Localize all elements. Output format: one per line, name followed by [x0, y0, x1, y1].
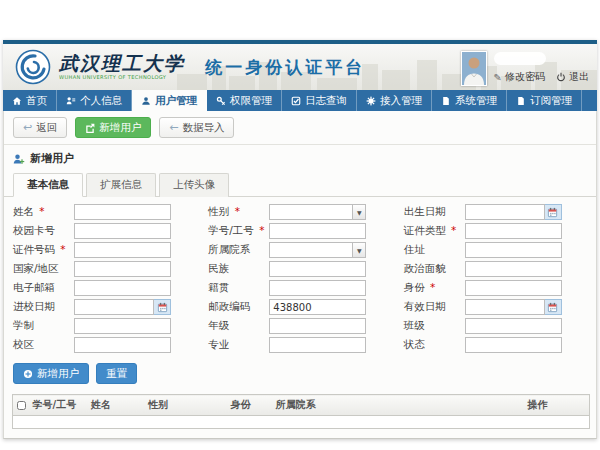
field-label: 班级	[404, 319, 461, 333]
field-label: 国家/地区	[13, 262, 70, 276]
change-password-link[interactable]: ✎ 修改密码	[494, 70, 545, 84]
field-label: 所属院系	[208, 243, 265, 257]
nav-item-label: 用户管理	[155, 94, 197, 108]
data-import-button[interactable]: ← 数据导入	[159, 117, 234, 138]
university-logo-icon	[15, 49, 51, 85]
user-meta: ✎ 修改密码 退出	[494, 52, 589, 86]
toolbar: ↩ 返回 新增用户 ← 数据导入	[4, 111, 596, 144]
add-user-toolbar-label: 新增用户	[99, 121, 141, 134]
class-input[interactable]	[465, 318, 562, 334]
valid-date-input[interactable]	[465, 299, 545, 315]
user-links: ✎ 修改密码 退出	[494, 70, 589, 84]
nav-item-label: 首页	[26, 94, 47, 108]
calendar-icon[interactable]	[545, 204, 562, 220]
person-info-icon	[66, 96, 76, 106]
reset-button-label: 重置	[106, 367, 127, 380]
form-field-campus: 校区	[13, 337, 196, 353]
form-field-id-type: 证件类型 *	[404, 223, 587, 239]
field-label: 姓名 *	[13, 205, 70, 219]
country-region-input[interactable]	[74, 261, 171, 277]
nav-item-profile[interactable]: 个人信息	[57, 90, 132, 111]
id-number-input[interactable]	[74, 242, 171, 258]
student-staff-id-input[interactable]	[269, 223, 366, 239]
app-window: 武汉理工大学 WUHAN UNIVERSITY OF TECHNOLOGY 统一…	[3, 40, 597, 439]
nav-item-access-management[interactable]: 接入管理	[357, 90, 432, 111]
field-label: 证件类型 *	[404, 224, 461, 238]
add-user-toolbar-button[interactable]: 新增用户	[75, 117, 151, 138]
required-asterisk: *	[60, 243, 65, 255]
back-button[interactable]: ↩ 返回	[13, 117, 67, 138]
document-icon	[441, 96, 451, 106]
main-nav: 首页个人信息用户管理权限管理日志查询接入管理系统管理订阅管理	[3, 90, 597, 111]
logout-link[interactable]: 退出	[556, 70, 589, 84]
nav-item-label: 接入管理	[380, 94, 422, 108]
form-field-id-number: 证件号码 *	[13, 242, 196, 258]
status-input[interactable]	[465, 337, 562, 353]
user-avatar[interactable]	[461, 51, 487, 86]
gear-icon	[366, 96, 376, 106]
study-length-input[interactable]	[74, 318, 171, 334]
postal-code-input[interactable]	[269, 299, 366, 315]
field-label: 年级	[208, 319, 265, 333]
field-label: 籍贯	[208, 281, 265, 295]
identity-input[interactable]	[465, 280, 562, 296]
form-field-study-length: 学制	[13, 318, 196, 334]
field-label: 学号/工号 *	[208, 224, 265, 238]
nav-item-subscription-management[interactable]: 订阅管理	[507, 90, 582, 111]
nav-item-log-query[interactable]: 日志查询	[282, 90, 357, 111]
grade-input[interactable]	[269, 318, 366, 334]
form-field-native-place: 籍贯	[208, 280, 391, 296]
section-header: 新增用户	[4, 144, 596, 170]
select-all-header-cell	[13, 395, 29, 416]
form-field-birth-date: 出生日期	[404, 204, 587, 220]
gender-input[interactable]	[269, 204, 353, 220]
form-field-identity: 身份 *	[404, 280, 587, 296]
calendar-icon[interactable]	[545, 299, 562, 315]
nav-item-system-management[interactable]: 系统管理	[432, 90, 507, 111]
nav-item-permission-management[interactable]: 权限管理	[207, 90, 282, 111]
political-status-input[interactable]	[465, 261, 562, 277]
field-label: 电子邮箱	[13, 281, 70, 295]
nav-item-user-management[interactable]: 用户管理	[132, 90, 207, 111]
required-asterisk: *	[430, 281, 435, 293]
calendar-icon[interactable]	[154, 299, 171, 315]
field-label: 政治面貌	[404, 262, 461, 276]
tab-upload-avatar[interactable]: 上传头像	[159, 173, 229, 197]
result-table: 学号/工号姓名性别身份所属院系操作	[12, 394, 590, 429]
chevron-down-icon[interactable]: ▼	[353, 242, 366, 258]
address-input[interactable]	[465, 242, 562, 258]
field-label: 住址	[404, 243, 461, 257]
power-icon	[556, 72, 566, 82]
select-all-checkbox[interactable]	[17, 401, 26, 410]
nav-item-label: 日志查询	[305, 94, 347, 108]
empty-row	[13, 416, 590, 429]
enrollment-date-input[interactable]	[74, 299, 154, 315]
major-input[interactable]	[269, 337, 366, 353]
campus-input[interactable]	[74, 337, 171, 353]
tab-basic-info[interactable]: 基本信息	[13, 173, 83, 197]
nav-item-label: 系统管理	[455, 94, 497, 108]
birth-date-input[interactable]	[465, 204, 545, 220]
reset-button[interactable]: 重置	[96, 363, 137, 384]
tab-extended-info[interactable]: 扩展信息	[86, 173, 156, 197]
nav-item-home[interactable]: 首页	[3, 90, 57, 111]
form-field-gender: 性别 *▼	[208, 204, 391, 220]
department-input[interactable]	[269, 242, 353, 258]
chevron-down-icon[interactable]: ▼	[353, 204, 366, 220]
native-place-input[interactable]	[269, 280, 366, 296]
id-type-input[interactable]	[465, 223, 562, 239]
field-label: 出生日期	[404, 205, 461, 219]
back-button-label: 返回	[36, 121, 57, 134]
ethnicity-input[interactable]	[269, 261, 366, 277]
export-user-icon	[85, 123, 95, 133]
field-label: 专业	[208, 338, 265, 352]
field-label: 状态	[404, 338, 461, 352]
form-field-email: 电子邮箱	[13, 280, 196, 296]
submit-add-user-button[interactable]: 新增用户	[13, 363, 89, 384]
name-input[interactable]	[74, 204, 171, 220]
column-header: 性别	[144, 395, 226, 416]
form-field-major: 专业	[208, 337, 391, 353]
email-input[interactable]	[74, 280, 171, 296]
add-user-icon	[13, 153, 25, 165]
campus-card-no-input[interactable]	[74, 223, 171, 239]
